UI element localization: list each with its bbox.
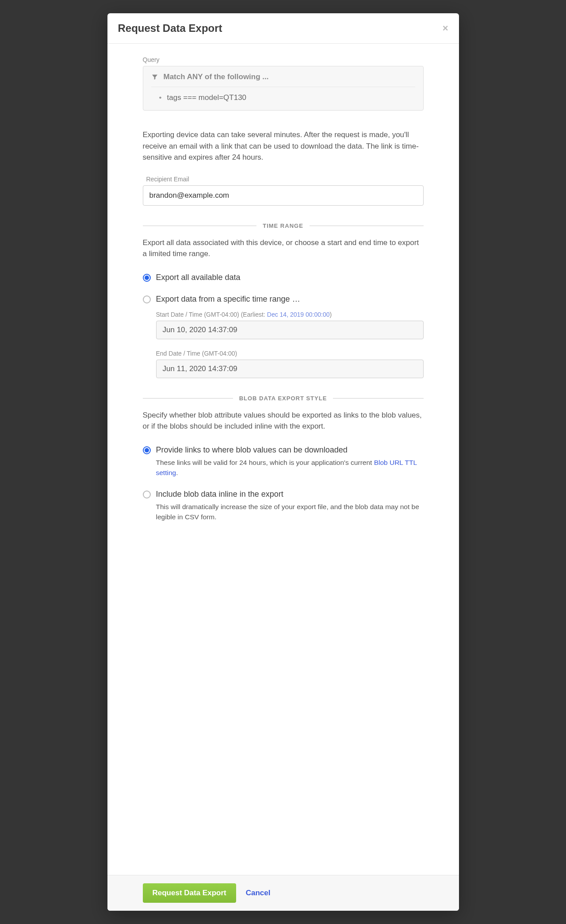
query-match-text: Match ANY of the following ... bbox=[164, 73, 269, 81]
query-item: tags === model=QT130 bbox=[151, 93, 415, 102]
export-modal: Request Data Export × Query Match ANY of… bbox=[107, 13, 459, 911]
modal-body: Query Match ANY of the following ... tag… bbox=[107, 44, 459, 875]
start-date-label: Start Date / Time (GMT-04:00) (Earliest:… bbox=[156, 311, 424, 318]
filter-icon bbox=[151, 73, 158, 81]
blob-style-divider: BLOB DATA EXPORT STYLE bbox=[143, 395, 424, 402]
radio-export-range[interactable] bbox=[143, 295, 151, 303]
modal-header: Request Data Export × bbox=[107, 13, 459, 44]
time-range-fields: Start Date / Time (GMT-04:00) (Earliest:… bbox=[143, 311, 424, 378]
radio-blob-links[interactable] bbox=[143, 446, 151, 454]
export-description: Exporting device data can take several m… bbox=[143, 129, 424, 163]
radio-blob-links-row[interactable]: Provide links to where blob values can b… bbox=[143, 445, 424, 478]
radio-blob-links-label: Provide links to where blob values can b… bbox=[156, 445, 424, 456]
radio-export-range-row[interactable]: Export data from a specific time range … bbox=[143, 294, 424, 305]
recipient-email-input[interactable] bbox=[143, 185, 424, 206]
close-icon[interactable]: × bbox=[443, 23, 448, 33]
modal-footer: Request Data Export Cancel bbox=[107, 875, 459, 911]
time-range-divider: TIME RANGE bbox=[143, 222, 424, 229]
time-range-description: Export all data associated with this dev… bbox=[143, 237, 424, 260]
radio-export-all-label: Export all available data bbox=[156, 272, 241, 283]
earliest-date-link[interactable]: Dec 14, 2019 00:00:00 bbox=[267, 311, 330, 318]
query-header: Match ANY of the following ... bbox=[151, 73, 415, 87]
start-date-input[interactable] bbox=[156, 321, 424, 339]
cancel-button[interactable]: Cancel bbox=[246, 889, 271, 897]
query-section-label: Query bbox=[143, 56, 424, 63]
blob-description: Specify whether blob attribute values sh… bbox=[143, 410, 424, 432]
radio-blob-links-help: These links will be valid for 24 hours, … bbox=[156, 457, 424, 478]
end-date-input[interactable] bbox=[156, 360, 424, 378]
radio-blob-inline[interactable] bbox=[143, 491, 151, 498]
radio-export-all-row[interactable]: Export all available data bbox=[143, 272, 424, 283]
radio-export-all[interactable] bbox=[143, 274, 151, 282]
recipient-label: Recipient Email bbox=[143, 176, 424, 183]
radio-blob-inline-row[interactable]: Include blob data inline in the export T… bbox=[143, 489, 424, 522]
divider-label-blob: BLOB DATA EXPORT STYLE bbox=[239, 395, 327, 402]
radio-export-range-label: Export data from a specific time range … bbox=[156, 294, 300, 305]
radio-blob-inline-label: Include blob data inline in the export bbox=[156, 489, 424, 500]
radio-blob-inline-help: This will dramatically increase the size… bbox=[156, 502, 424, 522]
request-export-button[interactable]: Request Data Export bbox=[143, 883, 236, 903]
end-date-label: End Date / Time (GMT-04:00) bbox=[156, 350, 424, 357]
divider-label-time-range: TIME RANGE bbox=[263, 222, 303, 229]
modal-backdrop: Request Data Export × Query Match ANY of… bbox=[0, 0, 566, 924]
modal-title: Request Data Export bbox=[118, 22, 222, 35]
query-box: Match ANY of the following ... tags === … bbox=[143, 66, 424, 111]
